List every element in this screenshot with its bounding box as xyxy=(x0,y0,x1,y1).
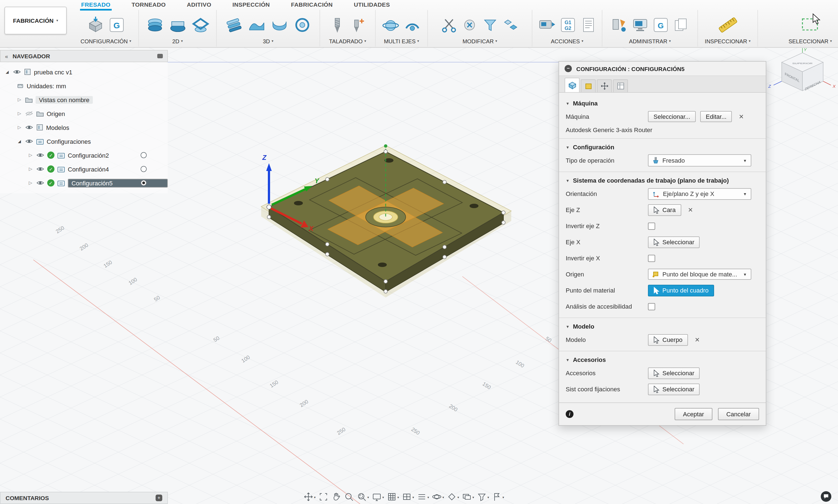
tab-utilidades[interactable]: UTILIDADES xyxy=(353,1,391,11)
face-milling-icon[interactable] xyxy=(168,16,187,34)
tree-item-setup5-selected[interactable]: ▷ ✓ Configuración5 xyxy=(0,176,168,190)
dialog-tab-stock[interactable] xyxy=(581,79,596,92)
tree-item-named-views[interactable]: ▷ Vistas con nombre xyxy=(0,93,168,107)
invert-z-checkbox[interactable] xyxy=(648,222,655,230)
tab-torneado[interactable]: TORNEADO xyxy=(131,1,167,11)
drill-add-icon[interactable] xyxy=(349,16,366,34)
viewports-button[interactable]: ▾ xyxy=(401,491,414,502)
visibility-off-eye-icon[interactable] xyxy=(25,110,33,116)
expander-closed-icon[interactable]: ▷ xyxy=(28,152,33,158)
machine-select-button[interactable]: Seleccionar... xyxy=(648,111,696,122)
fit-view-button[interactable] xyxy=(318,491,329,502)
dropdown-configuracion[interactable]: CONFIGURACIÓN ▾ xyxy=(81,38,132,44)
setup-sheet-icon[interactable] xyxy=(580,17,597,33)
section-maquina[interactable]: ▼ Máquina xyxy=(566,100,759,107)
tree-item-setup2[interactable]: ▷ ✓ Configuración2 xyxy=(0,148,168,162)
dialog-tab-setup[interactable] xyxy=(565,78,580,92)
add-comment-icon[interactable]: + xyxy=(156,494,162,501)
machine-clear-icon[interactable]: ✕ xyxy=(739,113,744,120)
panel-options-icon[interactable] xyxy=(157,54,163,58)
section-modelo[interactable]: ▼ Modelo xyxy=(566,323,759,330)
visibility-eye-icon[interactable] xyxy=(13,69,21,75)
viewcube[interactable]: SUPERIOR FRONTAL DERECHA Y X Z xyxy=(766,47,838,106)
assistant-bubble[interactable] xyxy=(821,491,831,502)
display-settings-button[interactable]: ▾ xyxy=(371,491,384,502)
dropdown-modificar[interactable]: MODIFICAR ▾ xyxy=(463,38,497,44)
cancel-button[interactable]: Cancelar xyxy=(718,408,759,420)
comments-panel[interactable]: COMENTARIOS + xyxy=(0,492,168,504)
measure-ruler-icon[interactable] xyxy=(717,16,738,34)
2d-contour-icon[interactable] xyxy=(191,16,210,34)
config-radio[interactable] xyxy=(141,166,147,172)
visibility-eye-icon[interactable] xyxy=(36,152,45,158)
tab-aditivo[interactable]: ADITIVO xyxy=(186,1,212,11)
templates-icon[interactable] xyxy=(672,17,689,33)
visibility-eye-icon[interactable] xyxy=(36,166,45,172)
operation-type-select[interactable]: Fresado ▼ xyxy=(648,154,751,166)
filter-edit-icon[interactable] xyxy=(482,17,498,33)
info-icon[interactable]: i xyxy=(566,410,574,418)
post-library-icon[interactable]: G xyxy=(653,17,668,33)
delete-toolpath-icon[interactable] xyxy=(461,17,478,33)
machine-edit-button[interactable]: Editar... xyxy=(700,111,732,122)
dialog-tab-post[interactable] xyxy=(613,79,628,92)
zoom-button[interactable] xyxy=(343,491,355,502)
tree-item-models[interactable]: ▷ Modelos xyxy=(0,121,168,134)
tab-fabricacion[interactable]: FABRICACIÓN xyxy=(290,1,334,11)
markers-button[interactable]: ▾ xyxy=(491,491,504,502)
invert-x-checkbox[interactable] xyxy=(648,254,655,262)
config-radio-active[interactable] xyxy=(141,180,147,186)
zoom-window-button[interactable]: ▾ xyxy=(356,491,370,502)
visibility-eye-icon[interactable] xyxy=(25,124,33,130)
tab-fresado[interactable]: FRESADO xyxy=(80,1,112,11)
spiral-icon[interactable] xyxy=(293,16,312,34)
expander-closed-icon[interactable]: ▷ xyxy=(17,125,22,130)
accept-button[interactable]: Aceptar xyxy=(674,408,713,420)
fixture-wcs-selection-button[interactable]: Seleccionar xyxy=(648,383,700,395)
dropdown-taladrado[interactable]: TALADRADO ▾ xyxy=(329,38,366,44)
3d-pocket-icon[interactable] xyxy=(247,16,266,34)
expander-open-icon[interactable]: ◢ xyxy=(4,70,10,74)
navigate-button[interactable]: ▾ xyxy=(303,491,316,502)
new-setup-icon[interactable] xyxy=(87,16,104,34)
dropdown-acciones[interactable]: ACCIONES ▾ xyxy=(551,38,583,44)
tree-item-setups-folder[interactable]: ◢ Configuraciones xyxy=(0,134,168,148)
origin-select[interactable]: Punto del bloque de mate... ▼ xyxy=(648,269,751,280)
gcode-setup-icon[interactable]: G xyxy=(108,17,125,33)
post-process-icon[interactable] xyxy=(537,17,555,33)
section-wcs[interactable]: ▼ Sistema de coordenadas de trabajo (pla… xyxy=(566,177,759,184)
section-configuracion[interactable]: ▼ Configuración xyxy=(566,144,759,150)
visibility-eye-icon[interactable] xyxy=(36,180,44,186)
adaptive-clearing-icon[interactable] xyxy=(224,16,243,34)
g1g2-icon[interactable]: G1G2 xyxy=(559,17,576,33)
expander-closed-icon[interactable]: ▷ xyxy=(17,97,22,102)
selection-filters-button[interactable]: ▾ xyxy=(476,491,490,502)
drill-icon[interactable] xyxy=(329,16,346,34)
screen-layout-button[interactable]: ▾ xyxy=(461,491,475,502)
tree-item-setup4[interactable]: ▷ ✓ Configuración4 xyxy=(0,162,168,176)
dropdown-administrar[interactable]: ADMINISTRAR ▾ xyxy=(629,38,671,44)
fixture-selection-button[interactable]: Seleccionar xyxy=(648,367,700,379)
accessibility-analysis-checkbox[interactable] xyxy=(648,303,655,310)
tree-item-document[interactable]: ◢ prueba cnc v1 xyxy=(0,65,168,79)
look-at-button[interactable]: ▾ xyxy=(446,491,460,502)
pan-button[interactable] xyxy=(331,491,342,502)
expander-closed-icon[interactable]: ▷ xyxy=(17,111,22,116)
dropdown-multi-ejes[interactable]: MULTI EJES ▾ xyxy=(384,38,419,44)
model-clear-icon[interactable]: ✕ xyxy=(695,336,700,343)
dropdown-seleccionar[interactable]: SELECCIONAR ▾ xyxy=(789,38,832,44)
tree-item-units[interactable]: Unidades: mm xyxy=(0,79,168,93)
z-axis-selection-button[interactable]: Cara xyxy=(648,204,681,216)
compare-icon[interactable] xyxy=(502,17,519,33)
grid-settings-button[interactable]: ▾ xyxy=(386,491,399,502)
dialog-header[interactable]: − CONFIGURACIÓN : CONFIGURACIÓN5 xyxy=(559,61,766,76)
scallop-icon[interactable] xyxy=(270,16,289,34)
workspace-selector[interactable]: FABRICACIÓN ▾ xyxy=(4,7,67,34)
config-radio[interactable] xyxy=(141,152,147,158)
expander-closed-icon[interactable]: ▷ xyxy=(28,180,33,185)
dropdown-2d[interactable]: 2D ▾ xyxy=(172,38,183,44)
dialog-tab-move[interactable] xyxy=(597,79,612,92)
visibility-eye-icon[interactable] xyxy=(25,138,33,144)
expander-open-icon[interactable]: ◢ xyxy=(17,139,22,143)
trim-scissors-icon[interactable] xyxy=(441,17,457,33)
